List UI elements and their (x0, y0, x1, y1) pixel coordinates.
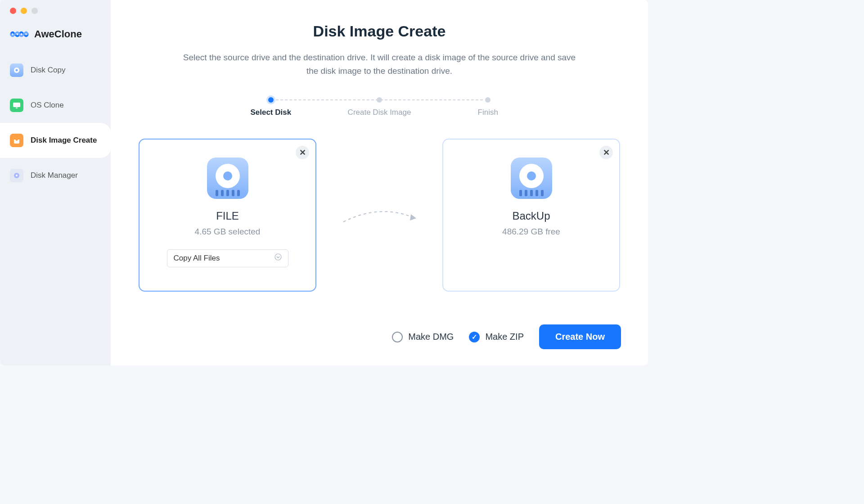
step-dot-icon (377, 97, 382, 103)
step-dot-icon (485, 97, 490, 103)
copy-mode-value: Copy All Files (174, 254, 220, 263)
radio-label: Make DMG (408, 332, 454, 342)
step-select-disk: Select Disk (217, 97, 324, 117)
step-label: Finish (478, 108, 498, 117)
main-content: Disk Image Create Select the source driv… (111, 0, 648, 365)
svg-point-1 (16, 69, 18, 72)
app-header: AweClone (0, 14, 111, 53)
step-dot-icon (268, 97, 274, 103)
sidebar-item-label: Disk Copy (31, 66, 65, 75)
source-drive-detail: 4.65 GB selected (195, 227, 261, 237)
step-label: Create Disk Image (348, 108, 411, 117)
make-dmg-radio[interactable]: Make DMG (392, 332, 454, 342)
sidebar-item-disk-copy[interactable]: Disk Copy (0, 53, 111, 88)
app-title: AweClone (34, 28, 82, 40)
maximize-window-icon[interactable] (32, 8, 38, 14)
close-window-icon[interactable] (10, 8, 16, 14)
minimize-window-icon[interactable] (21, 8, 27, 14)
sidebar-item-disk-manager[interactable]: Disk Manager (0, 158, 111, 193)
sidebar: AweClone Disk Copy OS Clone Disk Image C… (0, 0, 111, 365)
page-subtitle: Select the source drive and the destinat… (177, 51, 582, 78)
radio-icon (392, 332, 403, 342)
remove-destination-button[interactable]: ✕ (599, 146, 613, 159)
disk-icon (207, 158, 248, 199)
disk-icon (511, 158, 552, 199)
chevron-down-icon (274, 253, 282, 263)
sidebar-item-label: Disk Manager (31, 171, 78, 180)
sidebar-nav: Disk Copy OS Clone Disk Image Create Dis… (0, 53, 111, 193)
svg-point-5 (16, 175, 18, 176)
sidebar-item-disk-image-create[interactable]: Disk Image Create (0, 123, 111, 158)
svg-point-6 (275, 254, 281, 260)
svg-rect-3 (16, 108, 18, 108)
sidebar-item-label: Disk Image Create (31, 136, 97, 145)
destination-drive-card[interactable]: ✕ BackUp 486.29 GB free (442, 139, 620, 292)
step-label: Select Disk (250, 108, 291, 117)
bottom-action-bar: Make DMG Make ZIP Create Now (392, 324, 621, 349)
disk-image-create-icon (10, 134, 23, 147)
step-finish: Finish (434, 97, 541, 117)
create-now-button[interactable]: Create Now (539, 324, 621, 349)
page-title: Disk Image Create (138, 22, 621, 40)
transfer-arrow-icon (334, 202, 424, 229)
source-drive-card[interactable]: ✕ FILE 4.65 GB selected Copy All Files (139, 139, 316, 292)
sidebar-item-label: OS Clone (31, 101, 64, 110)
drive-cards: ✕ FILE 4.65 GB selected Copy All Files (138, 139, 621, 292)
radio-label: Make ZIP (485, 332, 524, 342)
disk-manager-icon (10, 169, 23, 182)
destination-drive-name: BackUp (512, 210, 550, 222)
step-create-disk-image: Create Disk Image (326, 97, 433, 117)
svg-rect-2 (13, 103, 20, 107)
disk-copy-icon (10, 63, 23, 77)
copy-mode-select[interactable]: Copy All Files (167, 249, 288, 267)
remove-source-button[interactable]: ✕ (296, 146, 309, 159)
source-drive-name: FILE (216, 210, 239, 222)
close-icon: ✕ (603, 148, 610, 158)
sidebar-item-os-clone[interactable]: OS Clone (0, 88, 111, 123)
destination-drive-detail: 486.29 GB free (502, 227, 560, 237)
app-logo-icon (10, 28, 29, 40)
progress-stepper: Select Disk Create Disk Image Finish (217, 97, 541, 117)
close-icon: ✕ (299, 148, 306, 158)
radio-icon (469, 332, 480, 342)
app-window: AweClone Disk Copy OS Clone Disk Image C… (0, 0, 648, 365)
os-clone-icon (10, 99, 23, 112)
make-zip-radio[interactable]: Make ZIP (469, 332, 524, 342)
window-controls (0, 0, 111, 14)
